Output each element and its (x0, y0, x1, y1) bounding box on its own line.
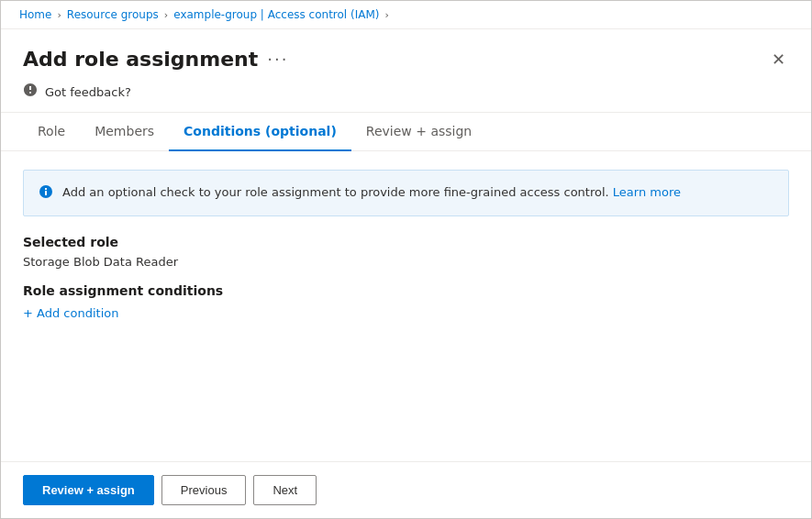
panel-body: Add role assignment ··· ✕ Got feedback? … (1, 29, 811, 461)
info-box: Add an optional check to your role assig… (23, 170, 789, 216)
feedback-text[interactable]: Got feedback? (45, 85, 131, 99)
conditions-label: Role assignment conditions (23, 283, 789, 298)
more-options-icon[interactable]: ··· (267, 50, 288, 69)
breadcrumb-sep-1: › (57, 9, 61, 21)
title-row: Add role assignment ··· (23, 48, 288, 71)
info-text: Add an optional check to your role assig… (62, 183, 681, 203)
learn-more-link[interactable]: Learn more (613, 185, 681, 199)
panel-header: Add role assignment ··· ✕ (1, 29, 811, 72)
breadcrumb-sep-3: › (384, 9, 388, 21)
tab-review-assign[interactable]: Review + assign (351, 113, 486, 151)
close-button[interactable]: ✕ (768, 48, 789, 72)
breadcrumb: Home › Resource groups › example-group |… (1, 1, 811, 29)
review-assign-button[interactable]: Review + assign (23, 475, 154, 505)
tab-role[interactable]: Role (23, 113, 80, 151)
tab-members[interactable]: Members (80, 113, 169, 151)
breadcrumb-access-control[interactable]: example-group | Access control (IAM) (173, 8, 379, 21)
feedback-icon (23, 83, 38, 101)
feedback-bar: Got feedback? (1, 72, 811, 113)
breadcrumb-sep-2: › (164, 9, 168, 21)
breadcrumb-home[interactable]: Home (19, 8, 51, 21)
add-role-assignment-panel: Home › Resource groups › example-group |… (0, 0, 812, 519)
svg-rect-1 (45, 191, 47, 195)
tab-conditions[interactable]: Conditions (optional) (169, 113, 351, 151)
selected-role-value: Storage Blob Data Reader (23, 255, 789, 269)
selected-role-label: Selected role (23, 235, 789, 249)
previous-button[interactable]: Previous (161, 475, 247, 505)
add-condition-link[interactable]: + Add condition (23, 306, 118, 320)
breadcrumb-resource-groups[interactable]: Resource groups (67, 8, 159, 21)
panel-title: Add role assignment (23, 48, 258, 71)
tabs-bar: Role Members Conditions (optional) Revie… (1, 113, 811, 151)
next-button[interactable]: Next (253, 475, 317, 505)
svg-rect-2 (45, 188, 47, 190)
tab-content-conditions: Add an optional check to your role assig… (1, 151, 811, 461)
info-icon (39, 184, 53, 203)
footer: Review + assign Previous Next (1, 461, 811, 518)
